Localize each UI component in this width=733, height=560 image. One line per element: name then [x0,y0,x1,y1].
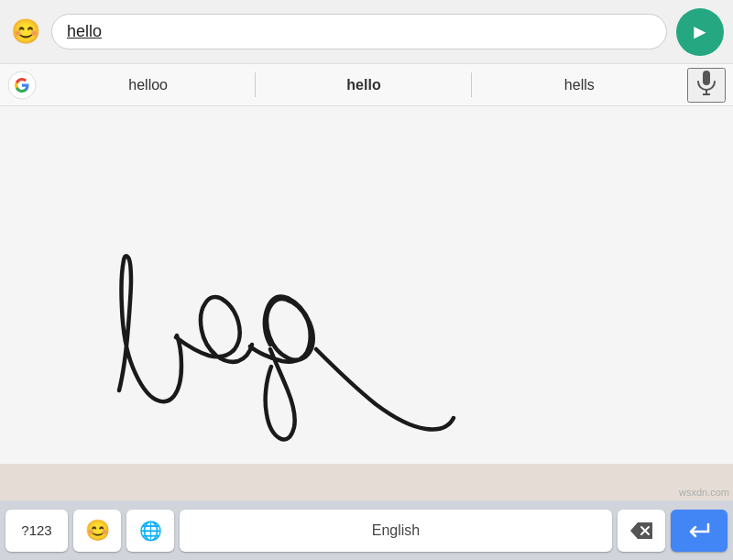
autocomplete-items: helloo hello hells [40,64,687,105]
language-switch-button[interactable]: 🌐 [126,510,174,552]
watermark: wsxdn.com [679,487,729,498]
language-selector-button[interactable]: English [180,510,612,552]
enter-icon [686,521,712,541]
message-input[interactable] [67,22,651,41]
autocomplete-suggestion-3[interactable]: hells [472,64,687,105]
emoji-open-button[interactable]: 😊 [9,11,42,53]
send-icon: ► [690,20,710,44]
enter-button[interactable] [671,510,728,552]
number-keyboard-button[interactable]: ?123 [5,510,68,552]
svg-rect-1 [703,71,710,85]
text-input-wrapper [51,14,667,49]
send-button[interactable]: ► [676,8,724,56]
delete-button[interactable] [618,510,665,552]
delete-icon [629,521,654,541]
autocomplete-suggestion-1[interactable]: helloo [40,64,256,105]
input-bar: 😊 ► [0,0,733,64]
handwriting-svg [0,106,733,464]
google-logo [7,71,37,100]
autocomplete-suggestion-2[interactable]: hello [256,64,471,105]
keyboard-bar: ?123 😊 🌐 English [0,500,733,560]
handwriting-area[interactable] [0,106,733,464]
microphone-icon [696,70,717,95]
autocomplete-bar: helloo hello hells [0,64,733,106]
emoji-keyboard-button[interactable]: 😊 [73,510,121,552]
microphone-button[interactable] [687,68,726,103]
